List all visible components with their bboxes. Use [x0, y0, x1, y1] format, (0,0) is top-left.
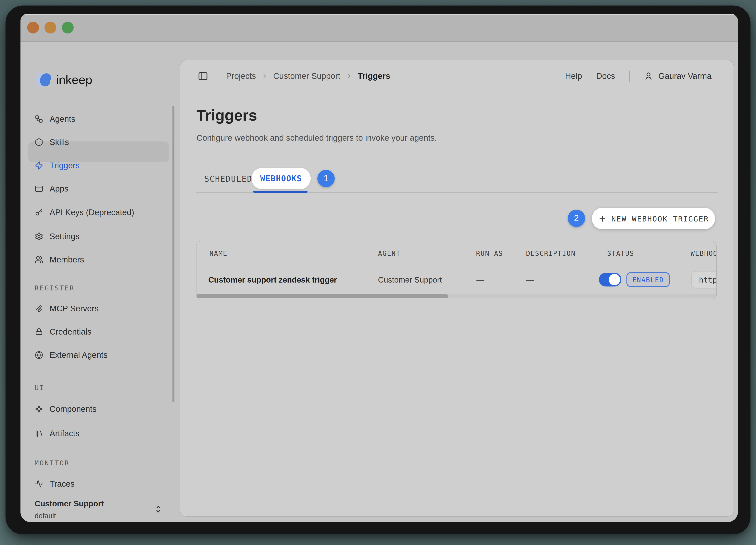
maximize-window-button[interactable]: [62, 22, 74, 33]
table-header-row: NAME AGENT RUN AS DESCRIPTION STATUS WEB…: [196, 241, 716, 266]
header-divider: [629, 70, 630, 82]
window-top-highlight: [20, 14, 738, 15]
sidebar-item-label: Agents: [50, 114, 75, 124]
status-toggle[interactable]: [599, 273, 621, 287]
table-row[interactable]: Customer support zendesk trigger Custome…: [196, 265, 716, 294]
trigger-name-cell: Customer support zendesk trigger: [208, 265, 337, 294]
trigger-run-as-cell: —: [476, 265, 484, 294]
chevrons-up-down-icon: [154, 504, 163, 514]
sidebar-section-register: REGISTER: [35, 284, 75, 292]
artifacts-icon: [35, 429, 43, 438]
close-window-button[interactable]: [27, 22, 39, 33]
column-header-name: NAME: [209, 241, 228, 265]
inkeep-logo-icon: [34, 72, 53, 88]
tab-webhooks[interactable]: WEBHOOKS: [252, 168, 311, 189]
sidebar-item-label: Apps: [50, 184, 69, 193]
sidebar-item-mcp-servers[interactable]: MCP Servers: [20, 298, 180, 319]
sidebar: inkeep Agents Skills: [20, 42, 180, 522]
sidebar-item-label: Triggers: [50, 161, 80, 170]
column-header-webhook-url: WEBHOOK URL: [691, 241, 717, 265]
column-header-description: DESCRIPTION: [526, 241, 576, 265]
app-window: inkeep Agents Skills: [6, 6, 750, 534]
user-name: Gaurav Varma: [658, 71, 712, 81]
page-title: Triggers: [196, 107, 257, 124]
main-header: Projects Customer Support Triggers Help …: [180, 60, 734, 92]
components-icon: [35, 405, 43, 413]
annotation-badge-2: 2: [568, 210, 585, 227]
desktop-background: inkeep Agents Skills: [0, 0, 756, 545]
sidebar-item-label: API Keys (Deprecated): [50, 208, 134, 217]
sidebar-item-label: Members: [50, 255, 84, 264]
credentials-lock-icon: [35, 328, 43, 336]
project-switcher[interactable]: Customer Support default: [20, 499, 180, 520]
sidebar-item-components[interactable]: Components: [20, 399, 180, 419]
sidebar-item-label: MCP Servers: [50, 304, 99, 313]
column-header-agent: AGENT: [378, 241, 400, 265]
external-agents-globe-icon: [35, 351, 43, 360]
skills-icon: [35, 138, 43, 147]
breadcrumb: Projects Customer Support Triggers: [226, 71, 390, 81]
user-menu[interactable]: Gaurav Varma: [644, 71, 712, 81]
help-link[interactable]: Help: [565, 71, 582, 81]
inkeep-logo[interactable]: inkeep: [34, 71, 92, 89]
sidebar-item-label: Settings: [50, 232, 80, 241]
user-icon: [644, 71, 653, 81]
active-tab-underline: [253, 191, 308, 193]
apps-icon: [35, 184, 43, 193]
table-horizontal-scrollbar[interactable]: [196, 295, 448, 298]
trigger-description-cell: —: [526, 265, 534, 294]
sidebar-item-settings[interactable]: Settings: [20, 226, 180, 247]
sidebar-section-ui: UI: [35, 384, 45, 392]
sidebar-item-api-keys[interactable]: API Keys (Deprecated): [20, 202, 180, 223]
triggers-icon: [35, 161, 43, 170]
column-header-run-as: RUN AS: [476, 241, 503, 265]
inkeep-logo-text: inkeep: [56, 73, 92, 87]
column-header-status: STATUS: [607, 241, 634, 265]
sidebar-item-agents[interactable]: Agents: [20, 109, 180, 129]
webhook-url-chip[interactable]: https://: [691, 271, 717, 289]
docs-link[interactable]: Docs: [596, 71, 615, 81]
sidebar-item-label: Traces: [50, 479, 75, 489]
breadcrumb-customer-support[interactable]: Customer Support: [273, 71, 340, 81]
settings-gear-icon: [35, 232, 43, 241]
tab-scheduled[interactable]: SCHEDULED: [204, 174, 252, 184]
sidebar-item-traces[interactable]: Traces: [20, 474, 180, 494]
trigger-agent-cell: Customer Support: [378, 265, 442, 294]
header-divider: [217, 70, 217, 82]
main-panel: Projects Customer Support Triggers Help …: [180, 60, 734, 517]
agents-icon: [35, 115, 43, 123]
titlebar: [20, 14, 738, 42]
sidebar-item-external-agents[interactable]: External Agents: [20, 345, 180, 365]
toggle-knob: [609, 274, 620, 285]
sidebar-item-artifacts[interactable]: Artifacts: [20, 423, 180, 444]
app-shell: inkeep Agents Skills: [20, 42, 738, 522]
members-icon: [35, 255, 43, 264]
sidebar-toggle-icon[interactable]: [198, 71, 208, 81]
minimize-window-button[interactable]: [44, 22, 56, 33]
sidebar-item-label: Artifacts: [50, 429, 80, 438]
sidebar-item-label: Credentials: [50, 327, 91, 337]
chevron-right-icon: [346, 73, 352, 79]
sidebar-item-apps[interactable]: Apps: [20, 178, 180, 199]
sidebar-item-label: External Agents: [50, 350, 107, 360]
sidebar-scrollbar[interactable]: [172, 106, 174, 402]
sidebar-item-skills[interactable]: Skills: [20, 132, 180, 152]
mcp-servers-icon: [35, 304, 43, 313]
status-badge: ENABLED: [626, 272, 670, 287]
page-subtitle: Configure webhook and scheduled triggers…: [196, 133, 437, 143]
tab-webhooks-label: WEBHOOKS: [260, 174, 302, 183]
sidebar-item-credentials[interactable]: Credentials: [20, 322, 180, 342]
sidebar-item-label: Skills: [50, 137, 69, 147]
plus-icon: [598, 214, 607, 223]
new-webhook-trigger-label: NEW WEBHOOK TRIGGER: [611, 214, 709, 223]
sidebar-section-monitor: MONITOR: [35, 459, 70, 467]
chevron-right-icon: [261, 73, 268, 79]
sidebar-item-members[interactable]: Members: [20, 249, 180, 270]
breadcrumb-triggers: Triggers: [358, 71, 390, 81]
new-webhook-trigger-button[interactable]: NEW WEBHOOK TRIGGER: [592, 208, 715, 229]
sidebar-item-triggers[interactable]: Triggers: [20, 155, 180, 176]
triggers-table: NAME AGENT RUN AS DESCRIPTION STATUS WEB…: [196, 241, 717, 300]
window-content: inkeep Agents Skills: [20, 14, 738, 522]
breadcrumb-projects[interactable]: Projects: [226, 71, 256, 81]
api-keys-icon: [35, 208, 43, 217]
